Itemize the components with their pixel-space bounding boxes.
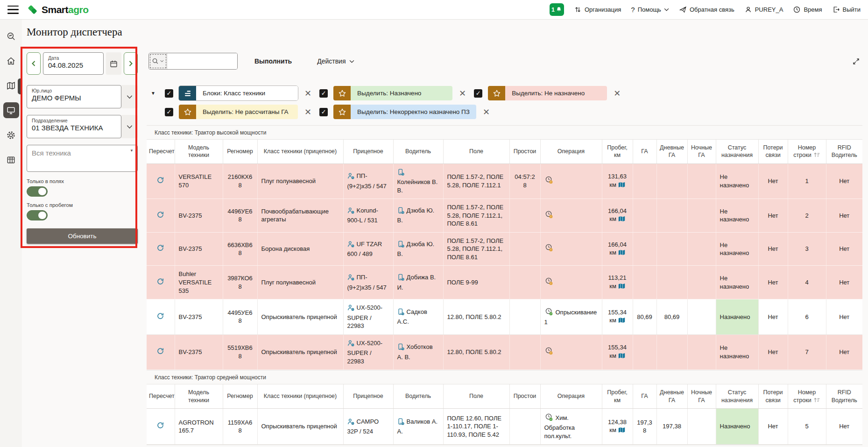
table-row[interactable]: BV-23754495УЕ68Опрыскиватель прицепнойUX… xyxy=(147,299,862,335)
refresh-icon[interactable] xyxy=(156,312,164,320)
filter-chip[interactable]: Блоки: Класс техники xyxy=(178,85,298,101)
sidebar-item-registry[interactable] xyxy=(3,152,19,168)
sidebar-item-dispatcher-monitor[interactable] xyxy=(3,102,19,118)
column-header[interactable]: Номер строки xyxy=(788,140,826,163)
sidebar-item-settings[interactable] xyxy=(3,127,19,143)
column-header[interactable]: Ночные ГА xyxy=(687,384,716,408)
column-header[interactable]: Регномер xyxy=(223,384,257,408)
column-header[interactable]: Модель техники xyxy=(175,384,223,408)
legal-entity-chevron-icon[interactable] xyxy=(121,85,138,108)
chip-checkbox[interactable]: ✓ xyxy=(319,108,328,116)
column-header[interactable]: Класс техники (прицепное) xyxy=(257,384,343,408)
table-row[interactable]: Buhler VERSATILE 5353987КО68Плуг полунав… xyxy=(147,266,862,299)
column-header[interactable]: Класс техники (прицепное) xyxy=(257,140,343,163)
expand-icon[interactable] xyxy=(851,56,861,67)
column-header[interactable]: Дневные ГА xyxy=(656,384,687,408)
table-row[interactable]: BV-23756636ХВ68Борона дисковаяUF TZAR 60… xyxy=(147,232,862,266)
collapse-caret-icon[interactable]: ▼ xyxy=(148,91,158,96)
column-header[interactable]: Простои xyxy=(509,384,540,408)
search-icon[interactable] xyxy=(149,53,167,69)
column-header[interactable]: Пересчет xyxy=(147,140,175,163)
chip-checkbox[interactable]: ✓ xyxy=(165,108,173,116)
column-header[interactable]: ГА xyxy=(633,140,656,163)
sidebar-item-map[interactable] xyxy=(3,78,19,93)
sort-icon[interactable] xyxy=(813,152,820,158)
chip-close-icon[interactable]: ✕ xyxy=(482,108,491,116)
column-header[interactable]: Прицепное xyxy=(343,384,393,408)
column-header[interactable]: Пробег, км xyxy=(602,140,633,163)
sidebar-item-analytics-search[interactable] xyxy=(3,28,19,44)
filter-chip[interactable]: Выделить: Не рассчитаны ГА xyxy=(178,104,298,120)
organization-menu[interactable]: Организация xyxy=(574,6,621,14)
column-header[interactable]: Операция xyxy=(540,140,602,163)
chip-close-icon[interactable]: ✕ xyxy=(458,89,467,98)
column-header[interactable]: RFID Водитель xyxy=(826,384,862,408)
execute-button[interactable]: Выполнить xyxy=(252,57,295,65)
date-field[interactable]: Дата 04.08.2025 xyxy=(43,52,104,75)
table-row[interactable]: VERSATILE 5702160КХ68Плуг полунавеснойПП… xyxy=(147,163,862,199)
chip-checkbox[interactable]: ✓ xyxy=(474,89,482,98)
notification-badge[interactable]: 1 xyxy=(550,3,564,16)
column-header[interactable]: Операция xyxy=(540,384,602,408)
division-select[interactable]: Подразделение 01 ЗВЕЗДА ТЕХНИКА xyxy=(27,115,121,138)
refresh-icon[interactable] xyxy=(156,211,164,219)
column-header[interactable]: ГА xyxy=(633,384,656,408)
table-row[interactable]: AGROTRON 165.71159ХА68Опрыскиватель приц… xyxy=(147,408,862,445)
table-row[interactable]: BV-23755519ХВ68Опрыскиватель прицепнойUX… xyxy=(147,334,862,370)
feedback-menu[interactable]: Обратная связь xyxy=(679,6,734,14)
column-header[interactable]: Простои xyxy=(509,140,540,163)
equipment-caret-icon[interactable]: ▼ xyxy=(130,149,134,153)
column-header[interactable]: Потери связи xyxy=(758,140,788,163)
column-header[interactable]: Пересчет xyxy=(147,384,175,408)
column-header[interactable]: Номер строки xyxy=(788,384,826,408)
column-header[interactable]: Водитель xyxy=(393,384,443,408)
panel-collapse-handle[interactable] xyxy=(18,78,22,94)
column-header[interactable]: Дневные ГА xyxy=(656,140,687,163)
column-header[interactable]: Модель техники xyxy=(175,140,223,163)
app-logo[interactable]: Smartagro xyxy=(26,3,89,16)
chip-checkbox[interactable]: ✓ xyxy=(319,89,328,98)
column-header[interactable]: Пробег, км xyxy=(602,384,633,408)
filter-chip[interactable]: Выделить: Не назначено xyxy=(487,85,607,101)
refresh-icon[interactable] xyxy=(156,347,164,355)
division-chevron-icon[interactable] xyxy=(121,115,138,138)
column-header[interactable]: Потери связи xyxy=(758,384,788,408)
calendar-icon[interactable] xyxy=(106,52,121,75)
only-in-fields-toggle[interactable] xyxy=(27,186,48,197)
column-header[interactable]: Статус назначения xyxy=(716,140,758,163)
column-header[interactable]: Регномер xyxy=(223,140,257,163)
chip-checkbox[interactable]: ✓ xyxy=(165,89,173,98)
sidebar-item-home[interactable] xyxy=(3,53,19,69)
legal-entity-select[interactable]: Юр.лицо ДЕМО ФЕРМЫ xyxy=(27,85,121,108)
column-header[interactable]: Статус назначения xyxy=(716,384,758,408)
user-menu[interactable]: PUREY_A xyxy=(744,6,783,14)
refresh-button[interactable]: Обновить xyxy=(27,228,138,244)
refresh-icon[interactable] xyxy=(156,244,164,252)
refresh-icon[interactable] xyxy=(156,277,164,285)
column-header[interactable]: Ночные ГА xyxy=(687,140,716,163)
time-menu[interactable]: Время xyxy=(793,6,822,14)
chip-close-icon[interactable]: ✕ xyxy=(303,89,312,98)
table-row[interactable]: BV-23754496УЕ68Почвообрабатывающие агрег… xyxy=(147,199,862,233)
help-menu[interactable]: ? Помощь xyxy=(631,6,669,14)
chip-close-icon[interactable]: ✕ xyxy=(613,89,621,98)
next-date-button[interactable] xyxy=(124,52,138,75)
column-header[interactable]: Поле xyxy=(443,384,509,408)
refresh-icon[interactable] xyxy=(156,421,164,429)
column-header[interactable]: RFID Водитель xyxy=(826,140,862,163)
filter-chip[interactable]: Выделить: Некорректно назначено ПЗ xyxy=(333,104,477,120)
search-input[interactable] xyxy=(167,53,237,69)
column-header[interactable]: Поле xyxy=(443,140,509,163)
actions-button[interactable]: Действия xyxy=(314,57,357,65)
equipment-filter-input[interactable] xyxy=(27,145,137,171)
chip-close-icon[interactable]: ✕ xyxy=(303,108,312,116)
hamburger-menu-icon[interactable] xyxy=(7,6,19,14)
logout-menu[interactable]: Выйти xyxy=(832,6,861,14)
refresh-icon[interactable] xyxy=(156,176,164,184)
filter-chip[interactable]: Выделить: Назначено xyxy=(333,85,453,101)
column-header[interactable]: Прицепное xyxy=(343,140,393,163)
column-header[interactable]: Водитель xyxy=(393,140,443,163)
only-with-mileage-toggle[interactable] xyxy=(27,210,48,220)
prev-date-button[interactable] xyxy=(27,52,41,75)
sort-icon[interactable] xyxy=(813,397,820,403)
